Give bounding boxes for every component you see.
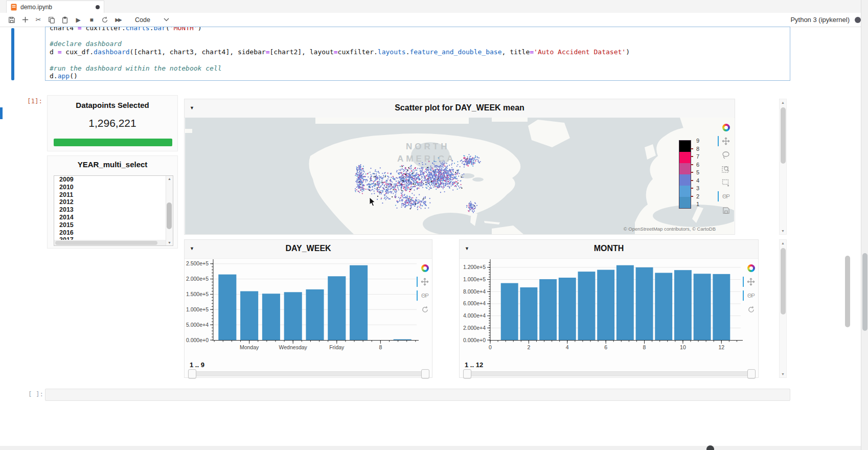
y-tick-label: 0.000e+0 [186, 337, 209, 343]
scrollbar-thumb[interactable] [862, 253, 867, 331]
year-select-title: YEAR_multi_select [48, 160, 177, 169]
year-option-2010[interactable]: 2010 [54, 184, 173, 191]
year-option-2014[interactable]: 2014 [54, 214, 173, 221]
scroll-down-arrow-icon[interactable]: ▼ [780, 229, 786, 233]
day-week-range-label: 1 .. 9 [190, 361, 204, 369]
save-button[interactable] [5, 14, 18, 26]
active-cell-indicator [11, 28, 14, 80]
year-option-2011[interactable]: 2011 [54, 191, 173, 199]
paste-cells-button[interactable] [58, 14, 72, 26]
scrollbar-thumb[interactable] [781, 107, 786, 164]
scroll-down-arrow-icon[interactable]: ▼ [780, 372, 786, 376]
svg-text:NORTH: NORTH [406, 142, 449, 151]
year-option-2012[interactable]: 2012 [54, 198, 173, 206]
wheel-zoom-icon[interactable]: ΘΡ [721, 192, 730, 201]
bar [694, 274, 711, 340]
add-cell-button[interactable] [18, 14, 32, 26]
stop-button[interactable]: ■ [85, 14, 98, 26]
day-week-toolbar: ΘΡ [420, 263, 429, 314]
panel-scrollbar-top[interactable]: ▲ ▼ [779, 99, 787, 235]
scrollbar-thumb[interactable] [167, 202, 172, 229]
box-zoom-icon[interactable] [721, 164, 730, 173]
x-tick-label: 6 [604, 344, 607, 350]
run-all-button[interactable]: ▶▶ [111, 14, 125, 26]
scroll-up-arrow-icon[interactable]: ▲ [780, 101, 786, 104]
wheel-zoom-icon[interactable]: ΘΡ [420, 291, 429, 300]
map-canvas[interactable]: NORTH AMERICA 987654321 [185, 118, 734, 234]
slider-handle-left[interactable] [188, 369, 196, 378]
notebook-tab[interactable]: demo.ipynb [6, 1, 104, 13]
scroll-down-arrow-icon[interactable]: ▼ [166, 241, 173, 244]
month-title: MONTH [460, 244, 758, 253]
save-tool-icon[interactable] [721, 206, 730, 215]
legend-tick-label: 9 [696, 138, 706, 144]
bokeh-logo-icon[interactable] [420, 263, 429, 273]
run-button[interactable]: ▶ [72, 14, 85, 26]
bar [616, 265, 634, 340]
y-tick-label: 1.500e+5 [186, 291, 209, 297]
legend-tick-label: 5 [696, 169, 706, 175]
stop-icon: ■ [89, 16, 93, 24]
panel-scrollbar-bottom[interactable]: ▲ ▼ [779, 239, 787, 378]
day-week-title: DAY_WEEK [185, 244, 432, 253]
floating-button-partial[interactable] [706, 445, 714, 450]
slider-handle-right[interactable] [747, 369, 756, 378]
year-multi-select-listbox[interactable]: 200920102011201220132014201520162017 ▲ ▼ [54, 175, 173, 246]
code-line: d = cux_df.dashboard([chart1, chart3, ch… [50, 48, 630, 56]
reset-tool-icon[interactable] [420, 305, 429, 314]
month-toolbar: ΘΡ [746, 263, 756, 314]
year-option-2009[interactable]: 2009 [54, 176, 173, 184]
x-tick-label: 12 [718, 344, 724, 350]
reset-tool-icon[interactable] [746, 305, 756, 314]
year-list-vscrollbar[interactable]: ▲ ▼ [166, 176, 173, 245]
notebook-toolbar: ✂ ▶ ■ ▶▶ Code Python 3 (ipykernel) [0, 13, 868, 27]
x-tick-label: 8 [643, 344, 646, 350]
bokeh-logo-icon[interactable] [746, 263, 756, 273]
scrollbar-thumb[interactable] [781, 248, 786, 314]
box-select-icon[interactable] [721, 178, 730, 187]
year-list-hscrollbar[interactable] [54, 240, 166, 245]
day-week-range-slider[interactable] [189, 371, 429, 376]
cell-type-dropdown[interactable]: Code [132, 15, 172, 25]
pan-tool-icon[interactable] [721, 137, 730, 146]
kernel-status-indicator[interactable] [855, 17, 861, 23]
bar [713, 274, 730, 340]
month-header: ▼ MONTH [460, 240, 758, 259]
map-attribution[interactable]: © OpenStreetMap contributors, © CartoDB [624, 226, 716, 232]
slider-handle-right[interactable] [421, 369, 429, 378]
legend-tick-label: 6 [696, 162, 706, 168]
y-tick-label: 2.500e+5 [186, 260, 209, 266]
year-option-2015[interactable]: 2015 [54, 221, 173, 229]
scrollbar-thumb[interactable] [845, 256, 850, 327]
code-cell-editor[interactable]: chart4 = cuxfilter.charts.bar('MONTH') #… [45, 27, 790, 81]
copy-cells-button[interactable] [45, 14, 58, 26]
notebook-scrollbar[interactable] [844, 27, 851, 450]
pan-tool-icon[interactable] [420, 277, 429, 286]
cut-cells-button[interactable]: ✂ [32, 14, 45, 26]
restart-kernel-button[interactable] [98, 14, 111, 26]
day-week-plot[interactable]: 0.000e+05.000e+41.000e+51.500e+52.000e+5… [186, 258, 421, 361]
bar [501, 283, 518, 340]
y-tick-label: 4.000e+4 [463, 312, 486, 319]
cell-type-value: Code [135, 16, 150, 24]
year-option-2013[interactable]: 2013 [54, 206, 173, 214]
pan-tool-icon[interactable] [746, 277, 756, 286]
browser-scrollbar[interactable] [861, 0, 868, 450]
datapoints-selected-card: Datapoints Selected 1,296,221 [47, 95, 178, 151]
legend-tick-label: 3 [696, 185, 706, 191]
save-icon [8, 16, 15, 24]
lasso-select-icon[interactable] [721, 150, 730, 160]
month-plot[interactable]: 0.000e+02.000e+44.000e+46.000e+48.000e+4… [461, 258, 745, 361]
month-range-label: 1 .. 12 [465, 361, 483, 369]
scroll-up-arrow-icon[interactable]: ▲ [166, 177, 173, 181]
kernel-name[interactable]: Python 3 (ipykernel) [790, 16, 850, 24]
unsaved-changes-dot[interactable] [96, 5, 100, 9]
wheel-zoom-icon[interactable]: ΘΡ [746, 291, 756, 300]
year-option-2016[interactable]: 2016 [54, 229, 173, 237]
scroll-up-arrow-icon[interactable]: ▲ [780, 241, 786, 245]
empty-code-cell[interactable] [45, 389, 790, 401]
month-range-slider[interactable] [464, 371, 755, 376]
bokeh-logo-icon[interactable] [721, 123, 730, 132]
slider-handle-left[interactable] [463, 369, 471, 378]
day-week-chart-card: ▼ DAY_WEEK 0.000e+05.000e+41.000e+51.500… [184, 239, 432, 378]
